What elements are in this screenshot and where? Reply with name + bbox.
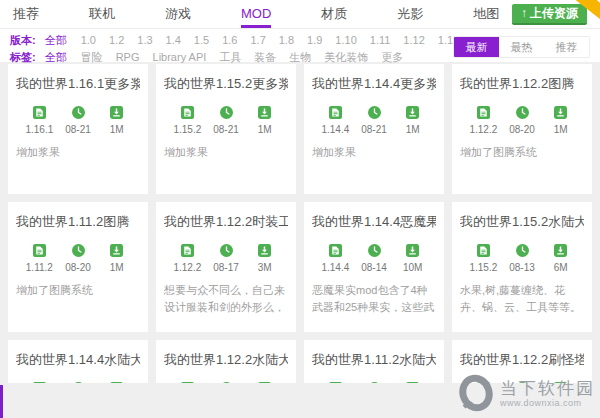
sort-hottest-button[interactable]: 最热 xyxy=(499,37,544,57)
sort-newest-button[interactable]: 最新 xyxy=(454,37,499,57)
mod-title-link[interactable]: 我的世界1.14.4恶魔果实 xyxy=(312,213,436,231)
sort-recommended-button[interactable]: 推荐 xyxy=(544,37,589,57)
download-icon xyxy=(110,244,123,257)
mod-description: 增加浆果 xyxy=(16,144,140,161)
version-option[interactable]: 1.9 xyxy=(307,34,322,46)
nav-item-game[interactable]: 游戏 xyxy=(165,0,191,28)
mod-description: 想要与众不同么，自己来设计服装和剑的外形么，这个mod xyxy=(164,282,288,316)
version-option[interactable]: 1.5 xyxy=(194,34,209,46)
watermark-text: 当下软件园 www.downxia.com xyxy=(500,379,595,408)
mod-stats: 1.12.2 08-20 1M xyxy=(464,106,580,135)
download-icon xyxy=(406,244,419,257)
mod-card[interactable]: 我的世界1.12.2水陆大全 xyxy=(156,340,296,383)
content-area: 我的世界1.16.1更多浆果 1.16.1 08-21 1M 增加浆果 我的世界… xyxy=(0,62,600,418)
version-option[interactable]: 1.4 xyxy=(166,34,181,46)
version-option[interactable]: 1.11 xyxy=(370,34,391,46)
mod-card[interactable]: 我的世界1.12.2图腾 1.12.2 08-20 1M 增加了图腾系统 xyxy=(452,64,592,194)
version-file-icon xyxy=(181,382,194,383)
mod-stats: 1.15.2 08-13 6M xyxy=(464,244,580,273)
nav-item-mod[interactable]: MOD xyxy=(241,0,271,28)
mod-stats: 1.11.2 08-20 1M xyxy=(20,244,136,273)
nav-item-texture[interactable]: 材质 xyxy=(321,0,347,28)
version-option[interactable]: 1.10 xyxy=(335,34,356,46)
mod-stats xyxy=(316,382,432,383)
tag-option[interactable]: 工具 xyxy=(219,50,241,65)
tag-all[interactable]: 全部 xyxy=(45,50,67,65)
version-file-icon xyxy=(329,244,342,257)
mod-title-link[interactable]: 我的世界1.12.2图腾 xyxy=(460,75,584,93)
mod-title-link[interactable]: 我的世界1.11.2图腾 xyxy=(16,213,140,231)
mod-stats: 1.14.4 08-14 10M xyxy=(316,244,432,273)
mod-title-link[interactable]: 我的世界1.12.2时装工坊 xyxy=(164,213,288,231)
version-option[interactable]: 1.0 xyxy=(81,34,96,46)
version-option[interactable]: 1.7 xyxy=(250,34,265,46)
download-icon xyxy=(554,244,567,257)
version-option[interactable]: 1.12 xyxy=(403,34,424,46)
version-option[interactable]: 1.2 xyxy=(109,34,124,46)
mod-card[interactable]: 我的世界1.11.2水陆大全 xyxy=(304,340,444,383)
mod-date: 08-17 xyxy=(213,262,239,273)
nav-item-shader[interactable]: 光影 xyxy=(397,0,423,28)
filter-panel: 版本: 全部 1.0 1.2 1.3 1.4 1.5 1.6 1.7 1.8 1… xyxy=(0,29,600,62)
mod-title-link[interactable]: 我的世界1.11.2水陆大全 xyxy=(312,351,436,369)
nav-item-recommend[interactable]: 推荐 xyxy=(13,0,39,28)
mod-size: 1M xyxy=(406,124,420,135)
tag-option[interactable]: 冒险 xyxy=(81,50,103,65)
mod-date: 08-20 xyxy=(509,124,535,135)
mod-card[interactable]: 我的世界1.14.4水陆大全 xyxy=(8,340,148,383)
mod-description: 水果,树,藤蔓缠绕、花卉、锅、云、工具等等。 xyxy=(460,282,584,316)
clock-icon xyxy=(72,382,85,383)
mod-title-link[interactable]: 我的世界1.12.2水陆大全 xyxy=(164,351,288,369)
version-option[interactable]: 1.6 xyxy=(222,34,237,46)
site-watermark: 当下软件园 www.downxia.com xyxy=(458,373,595,413)
watermark-site-name: 当下软件园 xyxy=(500,379,595,398)
version-option[interactable]: 1.3 xyxy=(137,34,152,46)
mod-card[interactable]: 我的世界1.15.2更多浆果 1.15.2 08-21 1M 增加浆果 xyxy=(156,64,296,194)
mod-card[interactable]: 我的世界1.11.2图腾 1.11.2 08-20 1M 增加了图腾系统 xyxy=(8,202,148,332)
clock-icon xyxy=(368,382,381,383)
download-icon xyxy=(258,244,271,257)
mod-version: 1.12.2 xyxy=(173,262,201,273)
mod-card[interactable]: 我的世界1.15.2水陆大全 1.15.2 08-13 6M 水果,树,藤蔓缠绕… xyxy=(452,202,592,332)
mod-card[interactable]: 我的世界1.16.1更多浆果 1.16.1 08-21 1M 增加浆果 xyxy=(8,64,148,194)
clock-icon xyxy=(220,244,233,257)
mod-version: 1.11.2 xyxy=(26,262,53,273)
mod-size: 1M xyxy=(258,124,272,135)
mod-card[interactable]: 我的世界1.14.4更多浆果 1.14.4 08-21 1M 增加浆果 xyxy=(304,64,444,194)
mod-date: 08-21 xyxy=(65,124,91,135)
tag-option[interactable]: 更多 xyxy=(381,50,403,65)
clock-icon xyxy=(220,382,233,383)
version-file-icon xyxy=(33,244,46,257)
nav-item-map[interactable]: 地图 xyxy=(473,0,499,28)
clock-icon xyxy=(220,106,233,119)
tag-label: 标签: xyxy=(10,50,36,65)
version-label: 版本: xyxy=(10,33,36,48)
mod-title-link[interactable]: 我的世界1.14.4更多浆果 xyxy=(312,75,436,93)
download-icon xyxy=(110,382,123,383)
download-icon xyxy=(258,106,271,119)
mod-stats: 1.16.1 08-21 1M xyxy=(20,106,136,135)
download-icon xyxy=(406,382,419,383)
mod-title-link[interactable]: 我的世界1.14.4水陆大全 xyxy=(16,351,140,369)
watermark-site-url: www.downxia.com xyxy=(500,398,595,408)
mod-date: 08-21 xyxy=(361,124,387,135)
mod-card[interactable]: 我的世界1.14.4恶魔果实 1.14.4 08-14 10M 恶魔果实mod包… xyxy=(304,202,444,332)
tag-option[interactable]: 生物 xyxy=(289,50,311,65)
version-option[interactable]: 1.8 xyxy=(279,34,294,46)
nav-item-multiplayer[interactable]: 联机 xyxy=(89,0,115,28)
upload-resource-button[interactable]: ↑上传资源 xyxy=(512,4,587,25)
mod-card[interactable]: 我的世界1.12.2时装工坊 1.12.2 08-17 3M 想要与众不同么，自… xyxy=(156,202,296,332)
mod-title-link[interactable]: 我的世界1.15.2水陆大全 xyxy=(460,213,584,231)
tag-option[interactable]: RPG xyxy=(116,51,140,63)
mod-title-link[interactable]: 我的世界1.12.2刷怪塔实 xyxy=(460,351,584,369)
tag-option[interactable]: 装备 xyxy=(254,50,276,65)
tag-option[interactable]: 美化装饰 xyxy=(324,50,368,65)
mod-title-link[interactable]: 我的世界1.16.1更多浆果 xyxy=(16,75,140,93)
tag-option[interactable]: Library API xyxy=(153,51,207,63)
mod-description: 增加了图腾系统 xyxy=(16,282,140,299)
mod-size: 1M xyxy=(110,124,124,135)
mod-size: 6M xyxy=(554,262,568,273)
mod-title-link[interactable]: 我的世界1.15.2更多浆果 xyxy=(164,75,288,93)
mod-version: 1.16.1 xyxy=(25,124,53,135)
version-all[interactable]: 全部 xyxy=(45,33,67,48)
